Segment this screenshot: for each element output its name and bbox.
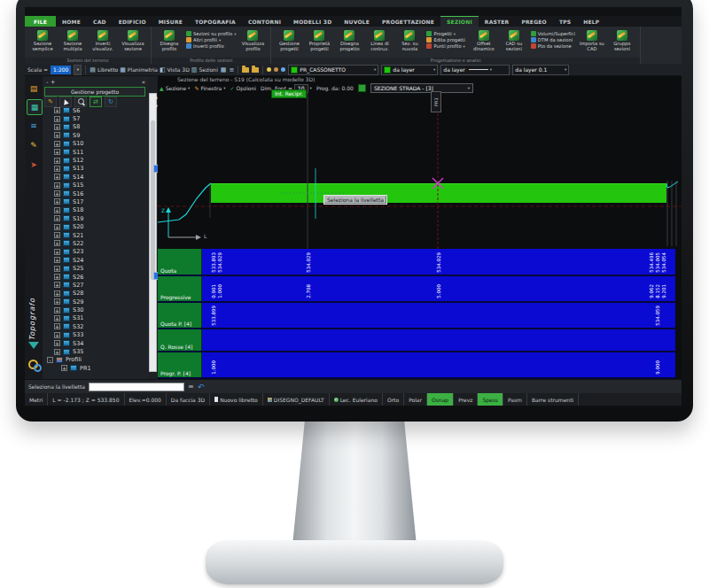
ribbon-tab[interactable]: TOPOGRAFIA xyxy=(189,16,242,27)
tree-expand-box[interactable]: + xyxy=(54,274,60,280)
tree-expand-box[interactable]: + xyxy=(54,174,60,180)
status-segment[interactable]: Polar xyxy=(404,393,427,406)
tree-item[interactable]: + S31 xyxy=(43,314,149,322)
ribbon-button[interactable]: CAD su sezioni xyxy=(499,28,529,52)
tree-item[interactable]: + S20 xyxy=(43,222,149,230)
view-toggle-button[interactable]: ▥ Sezioni xyxy=(191,66,218,74)
ribbon-tab[interactable]: MODELLI 3D xyxy=(287,16,338,27)
tree-expand-box[interactable]: + xyxy=(54,323,60,329)
ribbon-button[interactable]: Sezione semplice xyxy=(27,28,58,52)
tree-expand-box[interactable]: + xyxy=(54,116,60,122)
tree-item[interactable]: + S32 xyxy=(43,322,149,330)
filter-icon[interactable] xyxy=(28,342,39,349)
tree-item[interactable]: + S8 xyxy=(43,123,149,131)
tree-item[interactable]: + S29 xyxy=(43,298,149,306)
tree-expand-box[interactable]: + xyxy=(54,340,60,346)
refresh-icon[interactable]: ↻ xyxy=(105,97,117,107)
tree-item[interactable]: + S12 xyxy=(43,156,149,164)
visualizza-profilo-button[interactable]: Visualizza profilo xyxy=(238,28,268,52)
edit-pencil-icon[interactable]: ✎ xyxy=(44,97,57,107)
tree-item[interactable]: + S6 xyxy=(43,106,149,114)
tree-expand-box[interactable]: + xyxy=(54,166,60,172)
ribbon-tab[interactable]: NUVOLE xyxy=(338,16,376,27)
panel-back-button[interactable]: « xyxy=(142,79,145,86)
status-segment[interactable]: Da faccia 3D xyxy=(167,393,210,406)
ribbon-tab[interactable]: CAD xyxy=(87,16,113,27)
tree-expand-box[interactable]: + xyxy=(54,224,60,230)
ribbon-button[interactable]: Importa su CAD xyxy=(577,28,607,52)
tree-expand-box[interactable]: + xyxy=(54,149,60,155)
layer-combo[interactable]: PR_CASSONETTO ▾ xyxy=(288,65,378,75)
ribbon-button[interactable]: Gruppo sezioni xyxy=(607,28,637,52)
ribbon-tab[interactable]: HELP xyxy=(577,16,605,27)
ribbon-tab[interactable]: CONTORNI xyxy=(242,16,287,27)
tree-expand-box[interactable]: + xyxy=(54,124,60,130)
tree-expand-box[interactable]: + xyxy=(54,215,60,221)
tree-expand-box[interactable]: + xyxy=(54,141,60,147)
ribbon-button[interactable]: Linea di costruz. xyxy=(364,28,394,52)
ribbon-button[interactable]: Visualizza sezione xyxy=(118,28,148,52)
undo-icon[interactable]: ↶ xyxy=(198,383,205,391)
display-icon[interactable] xyxy=(281,67,285,72)
lineweight-combo[interactable]: da layer 0.1 ▾ xyxy=(512,65,569,75)
lock-icon[interactable] xyxy=(274,67,278,72)
tree-expand-box[interactable]: + xyxy=(54,290,60,297)
tree-item[interactable]: + S18 xyxy=(43,206,149,214)
ribbon-tab[interactable]: SEZIONI xyxy=(440,16,479,27)
panel-collapse-buttons[interactable]: - + xyxy=(46,79,56,86)
ribbon-tab[interactable]: RASTER xyxy=(479,16,516,27)
tree-expand-box[interactable]: + xyxy=(54,182,60,189)
tree-item[interactable]: + S10 xyxy=(43,140,149,148)
tree-expand-box[interactable]: + xyxy=(54,249,60,255)
tree-expand-box[interactable]: + xyxy=(54,232,60,238)
ribbon-button[interactable]: Offset dinamico xyxy=(469,28,499,52)
ribbon-small-button[interactable]: Edita progetti xyxy=(426,37,466,43)
status-segment[interactable]: Nuovo libretto xyxy=(210,393,263,406)
tree-item[interactable]: - Profili xyxy=(43,356,149,364)
tree-expand-box[interactable]: + xyxy=(54,207,60,213)
tree-expand-box[interactable]: + xyxy=(54,240,60,246)
sidebar-tool-icon[interactable]: ≡ xyxy=(27,119,41,133)
command-list-icon[interactable]: ≡ xyxy=(188,383,194,391)
tree-expand-box[interactable]: + xyxy=(54,298,60,305)
ribbon-small-button[interactable]: Altri profili ▾ xyxy=(186,37,236,43)
tree-item[interactable]: + S23 xyxy=(43,248,149,256)
tree-expand-box[interactable]: - xyxy=(47,357,53,363)
status-segment[interactable]: Osnap xyxy=(427,393,454,406)
settings-gears-icon[interactable] xyxy=(28,360,38,369)
ribbon-small-button[interactable]: Sezioni su profilo ▾ xyxy=(186,31,236,36)
sidebar-tool-icon[interactable]: ▤ xyxy=(27,81,41,96)
tree-expand-box[interactable]: + xyxy=(54,315,60,321)
scale-input[interactable]: 1:200 xyxy=(51,66,71,74)
sidebar-tool-icon[interactable]: ✎ xyxy=(27,138,41,152)
ribbon-small-button[interactable]: Inverti profilo xyxy=(186,43,236,49)
disegna-profilo-button[interactable]: Disegna profilo xyxy=(154,28,184,52)
tree-item[interactable]: + S33 xyxy=(43,331,149,339)
linetype-combo[interactable]: da layer ▾ xyxy=(440,65,510,75)
tree-item[interactable]: + S28 xyxy=(43,290,149,298)
tree-expand-box[interactable]: + xyxy=(54,158,60,164)
zoom-search-icon[interactable] xyxy=(74,97,87,107)
folder-icon[interactable] xyxy=(242,67,249,73)
scrollbar-thumb[interactable] xyxy=(151,120,155,280)
tree-item[interactable]: + S16 xyxy=(43,190,149,197)
tree-item[interactable]: + S13 xyxy=(43,165,149,173)
tree-item[interactable]: + S17 xyxy=(43,197,149,205)
tree-item[interactable]: + S24 xyxy=(43,256,149,264)
ribbon-small-button[interactable]: Progetti ▾ xyxy=(426,31,466,36)
tree-expand-box[interactable]: + xyxy=(54,349,60,355)
ribbon-button[interactable]: Sezione multipla xyxy=(58,28,88,52)
scale-dropdown-button[interactable]: ▾ xyxy=(74,65,82,75)
tree-expand-box[interactable]: + xyxy=(54,332,60,338)
tree-item[interactable]: + S30 xyxy=(43,306,149,313)
status-segment[interactable]: Lec. Euleriano xyxy=(330,393,383,406)
list-icon[interactable]: ≡ xyxy=(229,66,234,74)
tree-item[interactable]: + S7 xyxy=(43,114,149,122)
tree-expand-box[interactable]: + xyxy=(54,132,60,138)
sidebar-tool-icon[interactable]: ▦ xyxy=(27,99,43,115)
sidebar-tool-icon[interactable]: ➤ xyxy=(27,158,41,172)
tree-scrollbar[interactable] xyxy=(149,93,157,372)
status-segment[interactable]: Barre strumenti xyxy=(527,393,579,406)
tree-item[interactable]: + PR1 xyxy=(43,364,149,372)
tree-expand-box[interactable]: + xyxy=(61,365,67,371)
